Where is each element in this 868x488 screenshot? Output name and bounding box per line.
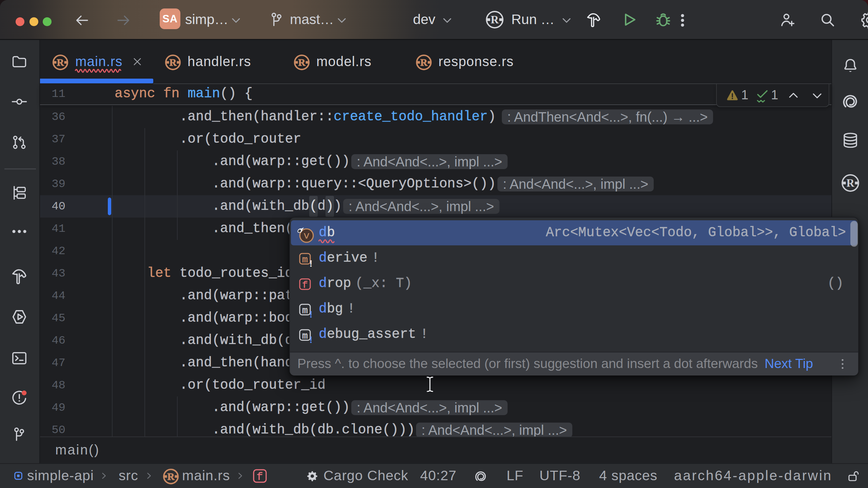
svg-text:f: f — [256, 471, 263, 483]
svg-text:R: R — [846, 177, 854, 189]
svg-text:m: m — [302, 305, 308, 316]
svg-text:!: ! — [310, 259, 313, 267]
svg-text:f: f — [302, 280, 308, 290]
svg-text:m: m — [302, 255, 308, 265]
svg-text:!: ! — [310, 309, 313, 318]
svg-text:R: R — [167, 471, 175, 482]
svg-text:R: R — [420, 57, 428, 68]
svg-text:R: R — [298, 57, 305, 68]
svg-text:!: ! — [310, 335, 313, 343]
svg-text:m: m — [302, 331, 308, 341]
svg-text:v: v — [303, 230, 310, 242]
svg-text:R: R — [169, 57, 177, 68]
svg-text:R: R — [57, 57, 64, 68]
svg-text:R: R — [491, 14, 499, 26]
